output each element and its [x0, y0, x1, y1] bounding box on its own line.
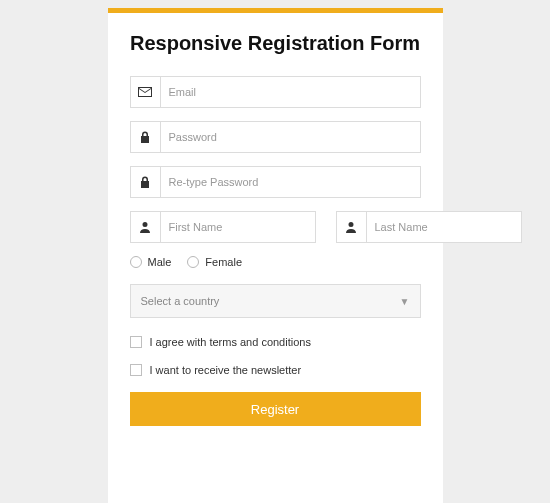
- repassword-field-wrap: [130, 166, 421, 198]
- name-row: [130, 211, 421, 243]
- lock-icon: [131, 122, 161, 152]
- page-title: Responsive Registration Form: [130, 31, 421, 56]
- chevron-down-icon: ▼: [400, 296, 410, 307]
- registration-card: Responsive Registration Form: [108, 8, 443, 503]
- envelope-icon: [131, 77, 161, 107]
- firstname-field-wrap: [130, 211, 316, 243]
- lastname-input[interactable]: [367, 212, 521, 242]
- newsletter-checkbox[interactable]: I want to receive the newsletter: [130, 364, 421, 376]
- country-placeholder: Select a country: [141, 295, 220, 307]
- password-field-wrap: [130, 121, 421, 153]
- gender-radios: Male Female: [130, 256, 421, 268]
- newsletter-label: I want to receive the newsletter: [150, 364, 302, 376]
- firstname-input[interactable]: [161, 212, 315, 242]
- email-field-wrap: [130, 76, 421, 108]
- user-icon: [131, 212, 161, 242]
- password-row: [130, 121, 421, 153]
- email-row: [130, 76, 421, 108]
- email-input[interactable]: [161, 77, 420, 107]
- country-select[interactable]: Select a country ▼: [130, 284, 421, 318]
- radio-female-label: Female: [205, 256, 242, 268]
- lock-icon: [131, 167, 161, 197]
- radio-male-label: Male: [148, 256, 172, 268]
- radio-icon: [187, 256, 199, 268]
- terms-label: I agree with terms and conditions: [150, 336, 311, 348]
- radio-male[interactable]: Male: [130, 256, 172, 268]
- radio-icon: [130, 256, 142, 268]
- user-icon: [337, 212, 367, 242]
- repassword-input[interactable]: [161, 167, 420, 197]
- checkbox-icon: [130, 336, 142, 348]
- terms-checkbox[interactable]: I agree with terms and conditions: [130, 336, 421, 348]
- radio-female[interactable]: Female: [187, 256, 242, 268]
- repassword-row: [130, 166, 421, 198]
- checkbox-icon: [130, 364, 142, 376]
- password-input[interactable]: [161, 122, 420, 152]
- lastname-field-wrap: [336, 211, 522, 243]
- register-button[interactable]: Register: [130, 392, 421, 426]
